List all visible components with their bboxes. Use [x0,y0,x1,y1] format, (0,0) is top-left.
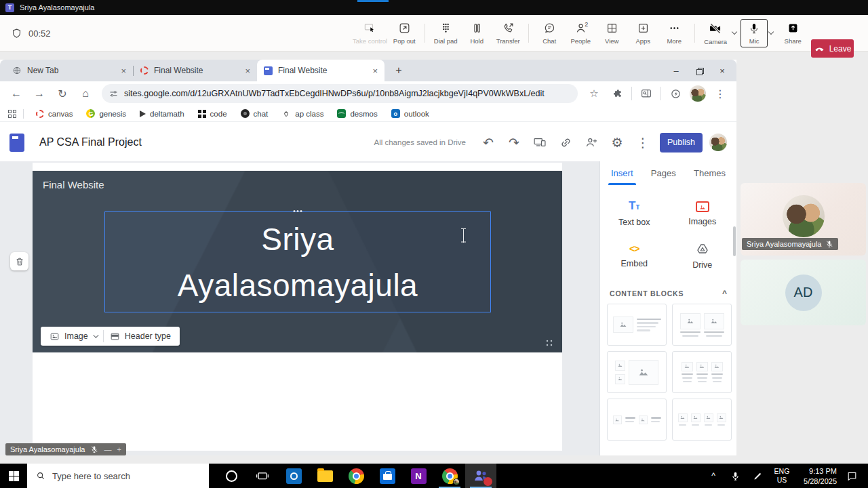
tray-language-indicator[interactable]: ENG US [770,464,793,488]
taskbar-chrome-active[interactable] [434,464,465,488]
more-button[interactable]: More [658,15,690,52]
bookmark-deltamath[interactable]: deltamath [134,110,190,118]
settings-gear-button[interactable]: ⚙ [604,129,630,155]
header-type-button[interactable]: Header type [104,331,177,342]
site-heading-line2[interactable]: Ayalasomayajula [178,262,418,308]
bookmark-star-icon[interactable]: ☆ [583,83,605,104]
bookmark-canvas[interactable]: canvas [31,110,78,118]
side-panel-search-icon[interactable] [635,83,657,104]
collapse-chevron-icon[interactable]: ^ [722,289,727,298]
share-button[interactable]: Share [777,15,808,52]
share-site-button[interactable] [578,129,604,155]
mic-options-chevron[interactable] [768,29,774,35]
account-avatar[interactable] [709,134,727,151]
publish-button[interactable]: Publish [660,133,703,152]
sidebar-scrollbar[interactable] [733,226,736,256]
selected-title-textbox[interactable]: Sriya Ayalasomayajula [104,211,491,312]
bookmark-genesis[interactable]: Ggenesis [81,109,132,118]
header-section[interactable]: Final Website Sriya Ayalasomayajula Imag… [33,171,562,352]
site-name-label[interactable]: Final Website [43,179,104,190]
taskbar-store[interactable] [372,464,403,488]
home-button[interactable]: ⌂ [75,83,96,104]
tab-themes[interactable]: Themes [694,168,726,180]
bookmark-outlook[interactable]: ooutlook [386,109,435,118]
extension-action-icon[interactable] [665,83,686,104]
section-settings-icon[interactable] [545,339,554,348]
hold-button[interactable]: Hold [461,15,492,52]
browser-menu-icon[interactable]: ⋮ [709,83,731,104]
site-heading-line1[interactable]: Sriya [261,216,334,262]
participant-tile-sriya[interactable]: Sriya Ayalasomayajula [741,183,866,256]
tab-close-icon[interactable]: × [245,66,250,76]
back-button[interactable]: ← [5,83,27,104]
browser-minimize-button[interactable]: – [665,60,688,81]
insert-embed[interactable]: <> Embed [600,235,669,277]
view-button[interactable]: View [596,15,627,52]
insert-drive[interactable]: Drive [669,235,737,277]
forward-button[interactable]: → [28,83,50,104]
reload-button[interactable]: ↻ [52,83,73,104]
leave-button[interactable]: Leave [811,39,854,58]
apps-button[interactable]: Apps [627,15,658,52]
tab-new-tab[interactable]: New Tab × [5,60,133,81]
tab-close-icon[interactable]: × [372,66,378,76]
camera-button[interactable]: Camera [700,15,731,52]
tray-clock[interactable]: 9:13 PM 5/28/2025 [795,464,837,488]
extensions-icon[interactable] [606,83,628,104]
device-preview-button[interactable] [527,129,553,155]
take-control-button[interactable]: Take control [351,15,389,52]
bookmark-code[interactable]: code [193,110,233,118]
taskbar-search[interactable]: Type here to search [27,464,209,488]
page-body-section[interactable] [33,352,562,451]
header-image-button[interactable]: Image [43,331,103,342]
content-block-two-images-text[interactable] [672,304,732,346]
insert-images[interactable]: Images [669,192,737,235]
action-center-button[interactable] [841,464,863,488]
copy-link-button[interactable] [553,129,578,155]
content-block-image-left-text[interactable] [607,304,667,346]
browser-restore-button[interactable] [688,60,711,81]
content-block-two-inline-image-text[interactable] [607,399,667,441]
taskbar-chrome[interactable] [340,464,372,488]
site-info-icon[interactable] [108,89,119,99]
mic-button[interactable]: Mic [741,19,768,47]
site-document-title[interactable]: AP CSA Final Project [39,136,142,148]
new-tab-button[interactable]: + [390,62,408,79]
overlay-expand-icon[interactable]: + [117,445,121,453]
tray-mic-icon[interactable] [726,464,745,488]
content-block-two-small-one-large[interactable] [607,351,667,393]
apps-grid-icon[interactable] [8,110,16,118]
textbox-drag-handle[interactable] [294,210,302,212]
delete-section-button[interactable] [10,252,28,270]
dial-pad-button[interactable]: Dial pad [430,15,461,52]
undo-button[interactable]: ↶ [475,129,501,155]
participant-tile-ad[interactable]: AD [741,260,866,325]
taskbar-onenote[interactable]: N [403,464,434,488]
tray-show-hidden-icons[interactable]: ^ [705,464,722,488]
tab-pages[interactable]: Pages [651,168,676,180]
cortana-button[interactable] [216,464,247,488]
bookmark-desmos[interactable]: desmos [332,109,382,118]
chat-button[interactable]: Chat [534,15,565,52]
browser-close-button[interactable]: × [711,60,734,81]
start-button[interactable] [0,464,27,488]
insert-text-box[interactable]: Tт Text box [600,192,669,235]
browser-profile-avatar[interactable] [690,85,706,102]
google-sites-logo[interactable] [9,134,24,152]
taskbar-teams-active[interactable] [465,464,496,488]
tab-insert[interactable]: Insert [611,168,633,180]
redo-button[interactable]: ↷ [501,129,527,155]
bookmark-chat[interactable]: chat [235,109,274,118]
tab-final-website-active[interactable]: Final Website × [257,60,384,81]
task-view-button[interactable] [247,464,278,488]
transfer-button[interactable]: Transfer [492,15,524,52]
address-bar[interactable]: sites.google.com/d/12uGRXAtnUWb7TadTxEbC… [102,84,578,103]
sites-more-menu[interactable]: ⋮ [630,129,656,155]
bookmark-ap-class[interactable]: ap class [276,109,329,119]
camera-options-chevron[interactable] [732,29,737,35]
tab-final-website-loading[interactable]: Final Website × [134,60,257,81]
taskbar-file-explorer[interactable] [309,464,340,488]
taskbar-outlook[interactable] [278,464,309,488]
content-block-four-images-row[interactable] [672,399,732,441]
content-block-three-columns[interactable] [672,351,732,393]
